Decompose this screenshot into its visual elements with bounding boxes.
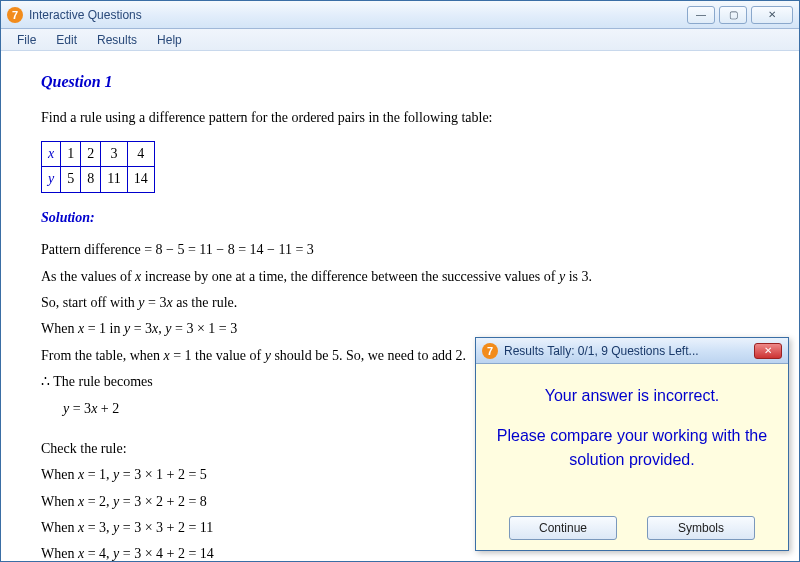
cell: 4 (127, 141, 154, 166)
cell: 11 (101, 167, 127, 192)
table-row: x 1 2 3 4 (42, 141, 155, 166)
menu-file[interactable]: File (7, 31, 46, 49)
dialog-message: Your answer is incorrect. Please compare… (486, 384, 778, 472)
window-controls: — ▢ ✕ (687, 6, 793, 24)
question-title: Question 1 (41, 69, 759, 95)
row-label-y: y (42, 167, 61, 192)
dialog-app-icon: 7 (482, 343, 498, 359)
dialog-body: Your answer is incorrect. Please compare… (476, 364, 788, 482)
symbols-button[interactable]: Symbols (647, 516, 755, 540)
app-icon: 7 (7, 7, 23, 23)
menu-help[interactable]: Help (147, 31, 192, 49)
solution-line: As the values of x increase by one at a … (41, 266, 759, 288)
dialog-message-line1: Your answer is incorrect. (486, 384, 778, 408)
cell: 1 (61, 141, 81, 166)
solution-line: Pattern difference = 8 − 5 = 11 − 8 = 14… (41, 239, 759, 261)
dialog-titlebar[interactable]: 7 Results Tally: 0/1, 9 Questions Left..… (476, 338, 788, 364)
question-prompt: Find a rule using a difference pattern f… (41, 107, 759, 129)
continue-button[interactable]: Continue (509, 516, 617, 540)
cell: 8 (81, 167, 101, 192)
maximize-button[interactable]: ▢ (719, 6, 747, 24)
main-window: 7 Interactive Questions — ▢ ✕ File Edit … (0, 0, 800, 562)
cell: 5 (61, 167, 81, 192)
dialog-close-button[interactable]: ✕ (754, 343, 782, 359)
ordered-pairs-table: x 1 2 3 4 y 5 8 11 14 (41, 141, 155, 193)
cell: 14 (127, 167, 154, 192)
cell: 3 (101, 141, 127, 166)
row-label-x: x (42, 141, 61, 166)
menu-results[interactable]: Results (87, 31, 147, 49)
results-tally-dialog: 7 Results Tally: 0/1, 9 Questions Left..… (475, 337, 789, 551)
menu-edit[interactable]: Edit (46, 31, 87, 49)
dialog-message-line2: Please compare your working with the sol… (486, 424, 778, 472)
cell: 2 (81, 141, 101, 166)
window-title: Interactive Questions (29, 8, 687, 22)
menubar: File Edit Results Help (1, 29, 799, 51)
dialog-title: Results Tally: 0/1, 9 Questions Left... (504, 344, 754, 358)
titlebar[interactable]: 7 Interactive Questions — ▢ ✕ (1, 1, 799, 29)
dialog-buttons: Continue Symbols (476, 516, 788, 540)
close-button[interactable]: ✕ (751, 6, 793, 24)
table-row: y 5 8 11 14 (42, 167, 155, 192)
minimize-button[interactable]: — (687, 6, 715, 24)
solution-heading: Solution: (41, 207, 759, 229)
solution-line: So, start off with y = 3x as the rule. (41, 292, 759, 314)
